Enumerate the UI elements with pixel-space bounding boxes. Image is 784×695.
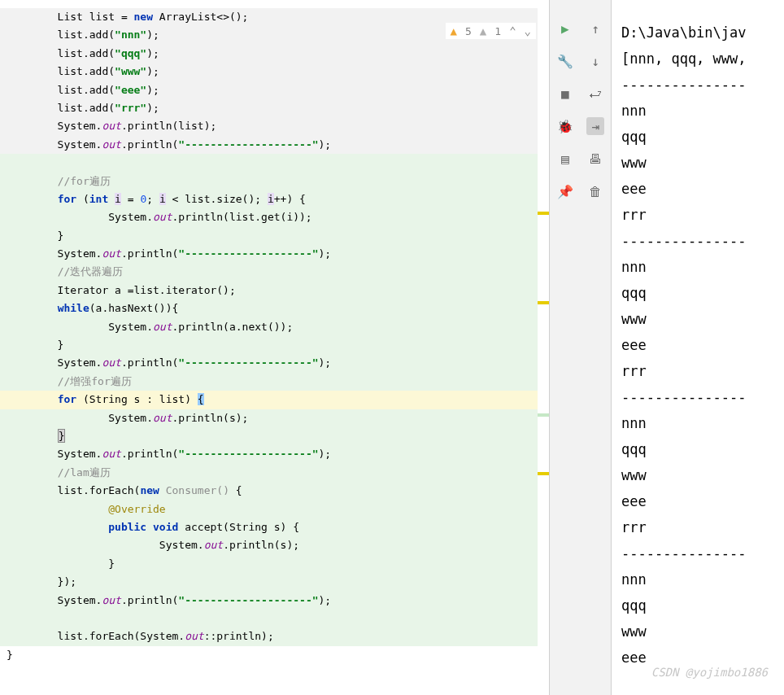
- code-line[interactable]: list.add("eee");: [0, 81, 538, 99]
- code-line[interactable]: System.out.println(s);: [0, 536, 538, 554]
- code-line[interactable]: System.out.println("--------------------…: [0, 136, 538, 154]
- debug-icon[interactable]: 🐞: [556, 117, 574, 135]
- code-line[interactable]: list.add("www");: [0, 63, 538, 81]
- console-line: qqq: [621, 436, 774, 462]
- console-line: [nnn, qqq, www,: [621, 46, 774, 72]
- warning-icon[interactable]: ▲: [451, 24, 457, 37]
- print-icon[interactable]: 🖶: [586, 150, 604, 168]
- code-line[interactable]: while(a.hasNext()){: [0, 299, 538, 317]
- console-line: ---------------: [621, 228, 774, 254]
- console-line: www: [621, 619, 774, 645]
- prev-highlight-button[interactable]: ⌃: [509, 24, 516, 37]
- stripe-mark[interactable]: [538, 413, 549, 417]
- run-icon[interactable]: ▶: [556, 20, 574, 37]
- console-line: qqq: [621, 124, 774, 150]
- console-line: www: [621, 462, 774, 488]
- console-line: ---------------: [621, 384, 774, 410]
- soft-wrap-icon[interactable]: ⮐: [586, 85, 604, 103]
- weak-warning-count: 1: [494, 25, 501, 37]
- code-line[interactable]: System.out.println("--------------------…: [0, 445, 538, 463]
- console-line: eee: [621, 488, 774, 514]
- weak-warning-icon[interactable]: ▲: [480, 24, 486, 37]
- run-toolbar: ▶ 🔧 ■ 🐞 ▤ 📌 ↑ ↓ ⮐ ⇥ 🖶 🗑: [549, 0, 611, 695]
- code-line[interactable]: System.out.println(list.get(i));: [0, 208, 538, 226]
- console-line: ---------------: [621, 540, 774, 566]
- code-line[interactable]: Iterator a =list.iterator();: [0, 282, 538, 299]
- code-line[interactable]: }: [0, 336, 538, 354]
- code-line[interactable]: System.out.println(s);: [0, 409, 538, 427]
- code-line[interactable]: [0, 610, 538, 627]
- code-line[interactable]: System.out.println("--------------------…: [0, 592, 538, 610]
- code-line[interactable]: for (int i = 0; i < list.size(); i++) {: [0, 190, 538, 208]
- console-line: www: [621, 150, 774, 176]
- console-line: www: [621, 306, 774, 332]
- code-line[interactable]: System.out.println(list);: [0, 117, 538, 135]
- console-line: rrr: [621, 202, 774, 228]
- code-line[interactable]: });: [0, 573, 538, 591]
- console-line: nnn: [621, 254, 774, 280]
- inspection-bar: ▲ 5 ▲ 1 ⌃ ⌄: [446, 23, 536, 39]
- down-arrow-icon[interactable]: ↓: [586, 52, 604, 70]
- stripe-mark[interactable]: [538, 212, 549, 215]
- code-line[interactable]: public void accept(String s) {: [0, 518, 538, 536]
- code-line[interactable]: //迭代器遍历: [0, 263, 538, 281]
- scroll-to-end-icon[interactable]: ⇥: [586, 117, 604, 135]
- code-line[interactable]: [0, 154, 538, 172]
- console-line: nnn: [621, 410, 774, 436]
- code-line[interactable]: //lam遍历: [0, 464, 538, 482]
- code-line[interactable]: }: [0, 555, 538, 573]
- stop-icon[interactable]: ■: [556, 85, 574, 103]
- console-output[interactable]: D:\Java\bin\jav[nnn, qqq, www,----------…: [611, 0, 784, 695]
- console-line: D:\Java\bin\jav: [621, 20, 774, 46]
- trash-icon[interactable]: 🗑: [586, 182, 604, 200]
- code-line[interactable]: //for遍历: [0, 173, 538, 190]
- code-line[interactable]: list.add("rrr");: [0, 99, 538, 117]
- code-line[interactable]: //增强for遍历: [0, 373, 538, 391]
- up-arrow-icon[interactable]: ↑: [586, 20, 604, 37]
- console-line: rrr: [621, 358, 774, 384]
- code-line[interactable]: @Override: [0, 500, 538, 518]
- console-line: eee: [621, 332, 774, 358]
- wrench-icon[interactable]: 🔧: [556, 52, 574, 70]
- console-line: nnn: [621, 566, 774, 592]
- warning-count: 5: [465, 25, 472, 37]
- console-line: rrr: [621, 514, 774, 540]
- console-line: eee: [621, 176, 774, 202]
- pin-icon[interactable]: 📌: [556, 182, 574, 200]
- error-stripe[interactable]: [538, 8, 549, 695]
- next-highlight-button[interactable]: ⌄: [525, 24, 531, 37]
- layout-icon[interactable]: ▤: [556, 150, 574, 168]
- stripe-mark[interactable]: [538, 472, 549, 475]
- code-line[interactable]: System.out.println("--------------------…: [0, 245, 538, 263]
- editor-panel: ▲ 5 ▲ 1 ⌃ ⌄ List list = new ArrayList<>(…: [0, 0, 549, 695]
- code-line[interactable]: for (String s : list) {: [0, 391, 538, 409]
- code-line[interactable]: list.forEach(new Consumer() {: [0, 482, 538, 500]
- code-line[interactable]: }: [0, 427, 538, 445]
- code-line[interactable]: list.forEach(System.out::println);: [0, 627, 538, 645]
- code-line[interactable]: System.out.println("--------------------…: [0, 354, 538, 372]
- console-line: qqq: [621, 592, 774, 619]
- code-line[interactable]: }: [0, 227, 538, 245]
- code-line[interactable]: System.out.println(a.next());: [0, 318, 538, 336]
- console-line: ---------------: [621, 72, 774, 98]
- code-editor[interactable]: List list = new ArrayList<>(); list.add(…: [0, 8, 538, 695]
- console-line: qqq: [621, 280, 774, 306]
- stripe-mark[interactable]: [538, 301, 549, 304]
- code-line[interactable]: list.add("qqq");: [0, 45, 538, 63]
- watermark: CSDN @yojimbo1886: [651, 666, 768, 679]
- console-line: nnn: [621, 98, 774, 124]
- code-line[interactable]: }: [0, 646, 538, 664]
